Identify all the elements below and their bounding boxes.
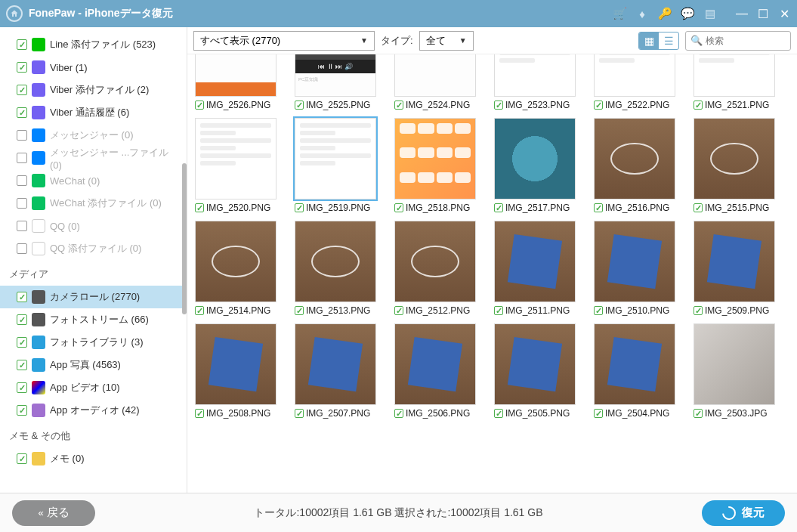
sidebar-item[interactable]: App オーディオ (42) bbox=[0, 399, 187, 422]
thumbnail-image[interactable] bbox=[594, 323, 675, 405]
sidebar-item[interactable]: Viber 添付ファイル (2) bbox=[0, 79, 187, 101]
sidebar-item[interactable]: QQ 添付ファイル (0) bbox=[0, 237, 187, 260]
thumbnail-image[interactable] bbox=[494, 54, 576, 97]
thumbnail[interactable]: IMG_2504.PNG bbox=[594, 323, 675, 419]
checkbox[interactable] bbox=[17, 292, 27, 302]
checkbox[interactable] bbox=[594, 203, 603, 212]
sidebar-item[interactable]: WeChat (0) bbox=[0, 169, 187, 192]
minimize-icon[interactable]: — bbox=[735, 7, 749, 20]
thumbnail-image[interactable] bbox=[195, 118, 276, 200]
checkbox[interactable] bbox=[295, 203, 304, 212]
thumbnail-image[interactable]: PC豆知識 bbox=[394, 54, 476, 97]
sidebar-item[interactable]: WeChat 添付ファイル (0) bbox=[0, 192, 187, 215]
thumbnail[interactable]: ⏮ ⏸ ⏭ 🔊PC豆知識IMG_2525.PNG bbox=[295, 54, 376, 110]
sidebar-item[interactable]: フォトストリーム (66) bbox=[0, 308, 187, 331]
checkbox[interactable] bbox=[195, 203, 204, 212]
checkbox[interactable] bbox=[17, 337, 27, 348]
checkbox[interactable] bbox=[17, 382, 27, 393]
checkbox[interactable] bbox=[494, 409, 503, 418]
checkbox[interactable] bbox=[295, 306, 304, 315]
thumbnail-image[interactable] bbox=[195, 54, 276, 97]
thumbnail-image[interactable] bbox=[195, 323, 276, 405]
checkbox[interactable] bbox=[17, 175, 27, 186]
checkbox[interactable] bbox=[17, 221, 27, 231]
thumbnail[interactable]: IMG_2508.PNG bbox=[195, 323, 276, 419]
filter-dropdown[interactable]: すべて表示 (2770) ▼ bbox=[193, 31, 375, 51]
thumbnail[interactable]: IMG_2510.PNG bbox=[594, 221, 675, 316]
checkbox[interactable] bbox=[17, 360, 27, 370]
thumbnail-image[interactable] bbox=[295, 118, 376, 200]
close-icon[interactable]: ✕ bbox=[777, 7, 791, 20]
checkbox[interactable] bbox=[195, 409, 204, 418]
thumbnail-image[interactable] bbox=[694, 118, 775, 200]
sidebar-item[interactable]: App ビデオ (10) bbox=[0, 376, 187, 399]
thumbnail-image[interactable] bbox=[494, 118, 576, 200]
thumbnail-image[interactable] bbox=[594, 221, 675, 302]
sidebar-item[interactable]: QQ (0) bbox=[0, 215, 187, 237]
sidebar[interactable]: Line 添付ファイル (523)Viber (1)Viber 添付ファイル (… bbox=[0, 27, 187, 493]
checkbox[interactable] bbox=[594, 306, 603, 315]
checkbox[interactable] bbox=[17, 243, 27, 254]
thumbnail-image[interactable] bbox=[394, 221, 476, 302]
sidebar-item[interactable]: メモ (0) bbox=[0, 447, 187, 470]
thumbnail-grid[interactable]: IMG_2526.PNG⏮ ⏸ ⏭ 🔊PC豆知識IMG_2525.PNGPC豆知… bbox=[187, 54, 797, 493]
thumbnail-image[interactable] bbox=[694, 54, 775, 97]
thumbnail[interactable]: IMG_2514.PNG bbox=[195, 221, 276, 316]
thumbnail-image[interactable] bbox=[494, 323, 576, 405]
type-dropdown[interactable]: 全て ▼ bbox=[419, 31, 474, 51]
list-view-button[interactable]: ☰ bbox=[659, 32, 678, 49]
checkbox[interactable] bbox=[17, 405, 27, 416]
checkbox[interactable] bbox=[17, 107, 27, 118]
checkbox[interactable] bbox=[494, 101, 503, 110]
thumbnail-image[interactable] bbox=[694, 221, 775, 302]
note-icon[interactable]: ▤ bbox=[704, 8, 716, 20]
thumbnail[interactable]: IMG_2515.PNG bbox=[694, 118, 775, 213]
back-button[interactable]: « 戻る bbox=[12, 500, 95, 526]
sidebar-item[interactable]: メッセンジャー (0) bbox=[0, 124, 187, 147]
cart-icon[interactable]: 🛒 bbox=[613, 8, 626, 20]
thumbnail-image[interactable] bbox=[394, 118, 476, 200]
search-box[interactable]: 🔍 bbox=[685, 31, 791, 51]
thumbnail[interactable]: IMG_2503.JPG bbox=[694, 323, 775, 419]
checkbox[interactable] bbox=[694, 101, 703, 110]
thumbnail[interactable]: IMG_2516.PNG bbox=[594, 118, 675, 213]
thumbnail[interactable]: IMG_2513.PNG bbox=[295, 221, 376, 316]
thumbnail[interactable]: IMG_2521.PNG bbox=[694, 54, 775, 110]
checkbox[interactable] bbox=[494, 306, 503, 315]
thumbnail[interactable]: IMG_2509.PNG bbox=[694, 221, 775, 316]
thumbnail[interactable]: IMG_2511.PNG bbox=[494, 221, 576, 316]
key-icon[interactable]: 🔑 bbox=[659, 8, 671, 20]
grid-view-button[interactable]: ▦ bbox=[639, 32, 659, 49]
thumbnail-image[interactable] bbox=[594, 54, 675, 97]
thumbnail[interactable]: IMG_2506.PNG bbox=[394, 323, 476, 419]
thumbnail[interactable]: IMG_2517.PNG bbox=[494, 118, 576, 213]
checkbox[interactable] bbox=[17, 198, 27, 209]
thumbnail-image[interactable] bbox=[295, 221, 376, 302]
maximize-icon[interactable]: ☐ bbox=[756, 7, 770, 20]
recover-button[interactable]: 復元 bbox=[702, 500, 785, 526]
checkbox[interactable] bbox=[295, 101, 304, 110]
sidebar-item[interactable]: Viber (1) bbox=[0, 56, 187, 79]
sidebar-item[interactable]: Viber 通話履歴 (6) bbox=[0, 101, 187, 124]
checkbox[interactable] bbox=[494, 203, 503, 212]
checkbox[interactable] bbox=[17, 453, 27, 464]
chat-icon[interactable]: 💬 bbox=[681, 8, 694, 20]
checkbox[interactable] bbox=[394, 101, 403, 110]
checkbox[interactable] bbox=[195, 101, 204, 110]
thumbnail-image[interactable] bbox=[394, 323, 476, 405]
checkbox[interactable] bbox=[17, 62, 27, 73]
thumbnail-image[interactable]: ⏮ ⏸ ⏭ 🔊PC豆知識 bbox=[295, 54, 376, 97]
checkbox[interactable] bbox=[394, 203, 403, 212]
thumbnail[interactable]: PC豆知識IMG_2524.PNG bbox=[394, 54, 476, 110]
checkbox[interactable] bbox=[594, 409, 603, 418]
checkbox[interactable] bbox=[17, 314, 27, 325]
checkbox[interactable] bbox=[694, 306, 703, 315]
thumbnail[interactable]: IMG_2518.PNG bbox=[394, 118, 476, 213]
thumbnail-image[interactable] bbox=[195, 221, 276, 302]
thumbnail[interactable]: IMG_2519.PNG bbox=[295, 118, 376, 213]
checkbox[interactable] bbox=[694, 203, 703, 212]
thumbnail[interactable]: IMG_2505.PNG bbox=[494, 323, 576, 419]
thumbnail-image[interactable] bbox=[494, 221, 576, 302]
checkbox[interactable] bbox=[394, 409, 403, 418]
search-input[interactable] bbox=[706, 36, 786, 46]
